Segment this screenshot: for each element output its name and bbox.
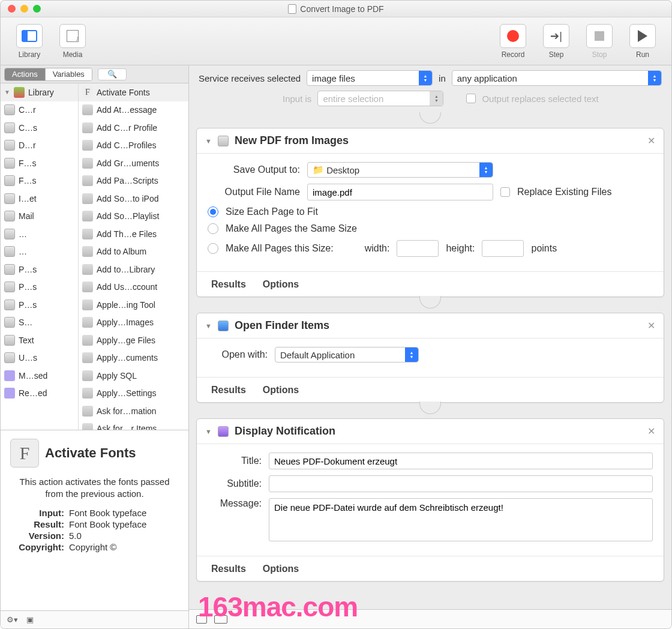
info-title: Activate Fonts [45,445,136,461]
save-output-select[interactable]: 📁 Desktop [307,162,493,178]
results-toggle[interactable]: Results [211,279,246,290]
gear-icon[interactable]: ⚙︎▾ [7,615,18,624]
record-button[interactable]: Record [491,24,535,59]
action-list[interactable]: FActivate Fonts Add At…essageAdd C…r Pro… [79,83,188,430]
application-select[interactable]: any application [452,70,662,86]
category-item[interactable]: Mail [1,208,78,226]
category-item[interactable]: P…s [1,260,78,278]
remove-action-icon[interactable]: ✕ [647,320,655,331]
tab-actions[interactable]: Actions [5,68,45,80]
workflow-area[interactable]: ▼ New PDF from Images ✕ Save Output to: … [189,112,671,609]
category-item[interactable]: I…et [1,190,78,208]
notification-message-input[interactable] [269,498,653,541]
action-icon [82,193,93,204]
category-item[interactable]: U…s [1,349,78,367]
disclosure-icon[interactable]: ▼ [4,89,10,95]
action-item[interactable]: Apply…Images [79,314,188,332]
options-toggle[interactable]: Options [263,279,299,290]
replace-files-checkbox[interactable] [500,187,510,197]
category-item[interactable]: F…s [1,172,78,190]
step-button[interactable]: ➔| Step [535,24,578,59]
category-item[interactable]: P…s [1,296,78,314]
size-fit-radio[interactable] [208,206,218,217]
action-icon [82,317,93,328]
app-icon [4,264,15,275]
app-icon [4,335,15,346]
results-toggle[interactable]: Results [211,385,246,396]
app-icon [4,352,15,363]
run-button[interactable]: Run [621,24,664,59]
category-item[interactable]: D…r [1,137,78,155]
size-same-radio[interactable] [208,223,218,234]
open-with-select[interactable]: Default Application [275,347,419,363]
action-item[interactable]: Ask for…mation [79,402,188,420]
zoom-icon[interactable] [33,5,41,13]
action-item[interactable]: Add Gr…uments [79,154,188,172]
category-item[interactable]: C…r [1,101,78,119]
search-input[interactable]: 🔍 [98,68,127,80]
action-item[interactable]: Apply…Settings [79,385,188,403]
action-item[interactable]: Apple…ing Tool [79,296,188,314]
workflow-view-icon[interactable] [196,615,207,624]
app-icon [4,317,15,328]
action-item[interactable]: Add Th…e Files [79,225,188,243]
output-filename-input[interactable] [307,184,493,200]
category-item[interactable]: F…s [1,154,78,172]
options-toggle[interactable]: Options [263,564,299,574]
height-input[interactable] [482,240,524,257]
input-type-select[interactable]: image files [307,70,433,86]
action-item[interactable]: Add to Album [79,243,188,261]
action-item[interactable]: Add Pa…Scripts [79,172,188,190]
options-toggle[interactable]: Options [263,385,299,396]
action-item[interactable]: Ask for…r Items [79,420,188,430]
notification-title-input[interactable] [269,453,653,469]
action-item[interactable]: Add C…r Profile [79,119,188,137]
input-scope-select: entire selection [317,91,443,106]
category-item[interactable]: P…s [1,278,78,296]
remove-action-icon[interactable]: ✕ [647,135,655,146]
log-view-icon[interactable] [214,615,227,624]
toggle-info-icon[interactable]: ▣ [26,615,34,624]
action-icon [82,158,93,169]
minimize-icon[interactable] [20,5,28,13]
notification-subtitle-input[interactable] [269,475,653,492]
close-icon[interactable] [8,5,16,13]
category-item[interactable]: … [1,243,78,261]
action-item[interactable]: Add to…Library [79,260,188,278]
size-custom-radio[interactable] [208,243,218,254]
category-item[interactable]: M…sed [1,367,78,385]
category-item[interactable]: Re…ed [1,385,78,403]
action-icon [82,370,93,381]
disclosure-icon[interactable]: ▼ [205,137,212,145]
app-icon [4,158,15,169]
library-tabs: Actions Variables 🔍 [1,65,188,83]
app-icon [4,299,15,310]
disclosure-icon[interactable]: ▼ [205,428,212,435]
action-item[interactable]: Add So…Playlist [79,208,188,226]
action-item[interactable]: Add At…essage [79,101,188,119]
category-item[interactable]: Text [1,331,78,349]
action-item[interactable]: Add C…Profiles [79,137,188,155]
fontbook-icon: F [82,87,93,98]
remove-action-icon[interactable]: ✕ [647,426,655,437]
output-replaces-checkbox [466,94,476,103]
category-item[interactable]: … [1,225,78,243]
tab-variables[interactable]: Variables [45,68,92,80]
category-item[interactable]: S… [1,314,78,332]
category-list[interactable]: ▼Library C…rC…sD…rF…sF…sI…etMail……P…sP…s… [1,83,79,430]
action-item[interactable]: Apply…cuments [79,349,188,367]
app-icon [4,175,15,186]
width-input[interactable] [397,240,439,257]
category-item[interactable]: C…s [1,119,78,137]
search-icon: 🔍 [107,70,117,79]
disclosure-icon[interactable]: ▼ [205,322,212,330]
left-footer: ⚙︎▾ ▣ [1,610,188,628]
results-toggle[interactable]: Results [211,564,246,574]
action-item[interactable]: Apply…ge Files [79,331,188,349]
action-item[interactable]: Add So…to iPod [79,190,188,208]
media-button[interactable]: Media [51,24,94,59]
service-config: Service receives selected image files in… [189,65,671,112]
action-item[interactable]: Apply SQL [79,367,188,385]
library-toggle[interactable]: Library [8,24,51,59]
action-item[interactable]: Add Us…ccount [79,278,188,296]
